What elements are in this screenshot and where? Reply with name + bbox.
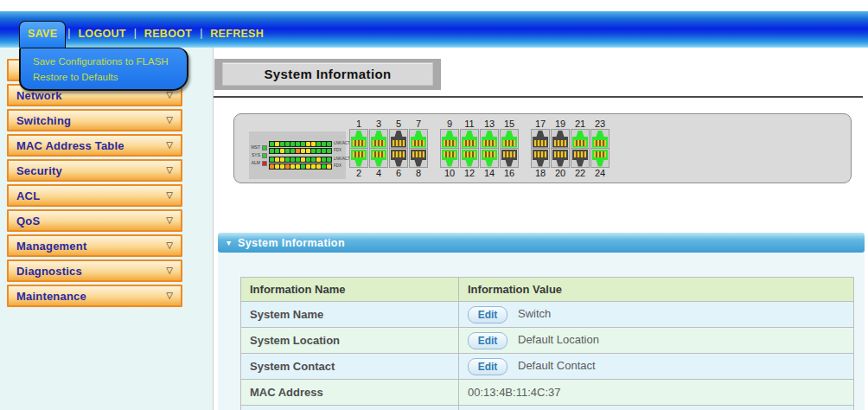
port-8[interactable] [409,148,428,168]
port-numbers-top: 1357 [349,119,429,129]
menu-item-logout[interactable]: LOGOUT [72,28,131,48]
port-row-top [531,129,610,149]
port-2[interactable] [349,148,368,168]
column-header-information-name: Information Name [241,278,459,302]
port-11[interactable] [460,129,479,149]
led [306,157,310,162]
port-14[interactable] [480,148,499,168]
sidebar-item-diagnostics[interactable]: Diagnostics▽ [7,259,182,282]
port-23[interactable] [590,129,610,149]
port-numbers-top: 17192123 [531,119,610,129]
port-numbers-bottom: 18202224 [531,168,610,178]
led [285,164,290,169]
port-15[interactable] [500,129,519,149]
sidebar-item-qos[interactable]: QoS▽ [7,209,182,232]
led [275,157,279,162]
port-groups: 135724689111315101214161719212318202224 [349,119,610,178]
edit-button-system-location[interactable]: Edit [468,332,507,349]
menu-item-reboot[interactable]: REBOOT [138,28,198,48]
led [306,164,310,169]
led-status-block: MSTSYSALM LNK/ACTFDXLNK/ACTFDX [249,131,346,179]
led [301,149,305,153]
led-grid-cells [269,157,332,163]
sidebar-item-acl[interactable]: ACL▽ [7,184,182,207]
port-group: 13572468 [349,119,429,178]
table-row: System ContactEditDefault Contact [241,354,854,380]
rj45-jack-icon [482,150,497,167]
port-7[interactable] [409,129,428,149]
port-number: 17 [531,119,550,129]
port-numbers-top: 9111315 [440,119,520,129]
led [306,149,310,153]
port-number: 18 [531,168,550,178]
port-number: 10 [440,168,459,178]
port-9[interactable] [440,129,459,149]
port-number: 9 [440,119,459,129]
panel-header[interactable]: ▾ System Information [218,233,865,253]
port-5[interactable] [389,129,408,149]
sidebar-item-switching[interactable]: Switching▽ [7,109,182,131]
rj45-jack-icon [371,150,386,167]
port-number: 14 [480,168,499,178]
sidebar-item-security[interactable]: Security▽ [7,159,182,182]
port-19[interactable] [551,129,570,149]
port-10[interactable] [440,148,459,168]
led-grid-row: FDX [269,163,350,170]
port-16[interactable] [500,148,519,168]
port-13[interactable] [480,129,499,149]
port-17[interactable] [531,129,550,149]
port-6[interactable] [389,148,408,168]
edit-button-system-contact[interactable]: Edit [468,358,507,375]
led [296,164,300,169]
top-menu: SAVE|LOGOUT|REBOOT|REFRESH [19,21,270,48]
row-name: System Name [241,302,459,328]
port-4[interactable] [369,148,388,168]
port-20[interactable] [551,148,570,168]
row-name: System Location [241,328,459,354]
edit-button-system-name[interactable]: Edit [468,306,507,324]
port-group: 911131510121416 [440,119,520,178]
row-value-text: Default Contact [518,359,596,372]
port-row-bottom [531,148,610,168]
port-number: 12 [460,168,479,178]
port-number: 6 [389,168,408,178]
sidebar-item-mac-address-table[interactable]: MAC Address Table▽ [7,134,182,157]
system-info-panel: ▾ System Information Information NameInf… [218,233,865,410]
chevron-down-icon: ▽ [166,166,173,175]
dropdown-item-restore-to-defaults[interactable]: Restore to Defaults [21,69,187,85]
rj45-jack-icon [411,150,426,167]
port-18[interactable] [531,148,550,168]
rj45-jack-icon [592,131,608,148]
led [327,164,331,169]
rj45-pins-icon [463,140,475,146]
sidebar-item-maintenance[interactable]: Maintenance▽ [7,285,182,307]
table-row: System LocationEditDefault Location [241,328,854,354]
led-grid-row: FDX [269,148,350,154]
port-1[interactable] [349,129,368,149]
led [296,142,300,146]
port-21[interactable] [571,129,590,149]
status-led-label: SYS [251,153,260,157]
port-number: 4 [369,168,388,178]
led [316,142,321,146]
rj45-jack-icon [462,150,477,167]
menu-separator: | [198,27,204,48]
port-22[interactable] [571,148,590,168]
led [275,164,279,169]
rj45-pins-icon [483,151,495,157]
table-row: IP Address192.168.251.77 [241,406,854,410]
sidebar-item-management[interactable]: Management▽ [7,234,182,257]
port-24[interactable] [590,148,610,168]
row-value: EditDefault Location [459,328,854,354]
dropdown-item-save-configurations-to-flash[interactable]: Save Configurations to FLASH [21,54,187,69]
menu-item-save[interactable]: SAVE [19,21,66,48]
port-12[interactable] [460,148,479,168]
rj45-pins-icon [483,140,495,146]
rj45-pins-icon [574,140,586,146]
page-title: System Information [222,62,433,86]
port-number: 19 [551,119,570,129]
port-3[interactable] [369,129,388,149]
led-grid-cells [269,148,332,154]
menu-item-refresh[interactable]: REFRESH [204,28,270,48]
collapse-arrow-icon: ▾ [227,239,231,247]
